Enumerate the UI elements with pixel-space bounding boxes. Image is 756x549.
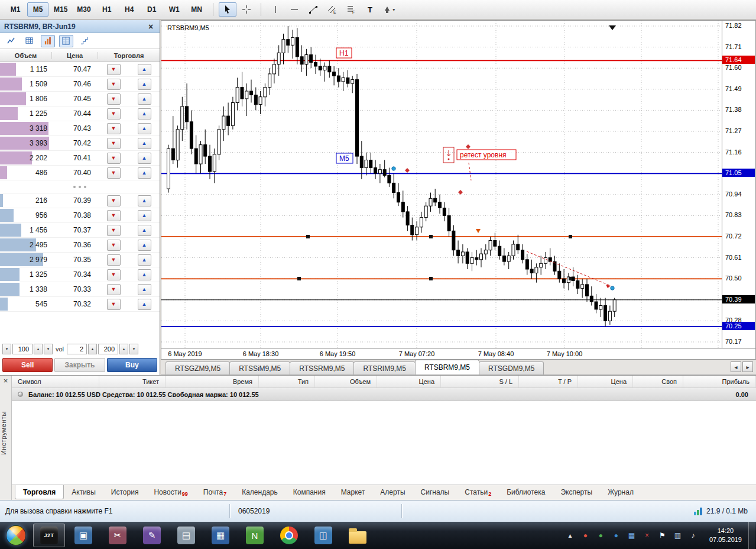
volume-cell[interactable]: 545 <box>0 297 52 311</box>
toolbox-tab-experts[interactable]: Эксперты <box>553 485 600 499</box>
sell-button[interactable]: Sell <box>2 358 53 372</box>
quick-buy-button[interactable]: ▲ <box>138 153 151 164</box>
price-value[interactable]: 70.36 <box>52 241 98 249</box>
timeframe-d1[interactable]: D1 <box>141 2 163 17</box>
volume-column-header[interactable]: Объем <box>0 52 52 59</box>
quick-buy-button[interactable]: ▲ <box>138 64 151 75</box>
tray-grid-icon[interactable]: ▦ <box>627 531 637 540</box>
toolbox-tab-history[interactable]: История <box>103 485 147 499</box>
tray-red-icon[interactable]: ● <box>580 531 590 540</box>
quick-sell-button[interactable]: ▼ <box>107 269 121 280</box>
timeframe-m30[interactable]: M30 <box>73 2 95 17</box>
toolbox-tab-news[interactable]: Новости99 <box>146 485 195 499</box>
dom-view-icon[interactable] <box>59 35 73 47</box>
trade-column-header[interactable]: Торговля <box>98 52 160 59</box>
volume-cell[interactable]: 1 806 <box>0 92 52 106</box>
toolbox-close-icon[interactable]: × <box>0 376 11 386</box>
toolbox-tab-company[interactable]: Компания <box>285 485 333 499</box>
quick-buy-button[interactable]: ▲ <box>138 210 151 221</box>
column-header-4[interactable]: Объем <box>315 376 377 387</box>
notepad-app[interactable]: ▤ <box>170 524 202 547</box>
arrows-tool[interactable]: ▾ <box>380 2 398 17</box>
quick-sell-button[interactable]: ▼ <box>107 93 121 105</box>
terminal-app[interactable]: ◫ <box>307 524 339 547</box>
text-tool[interactable]: T <box>361 2 379 17</box>
toolbox-tab-assets[interactable]: Активы <box>64 485 103 499</box>
price-value[interactable]: 70.43 <box>52 124 98 133</box>
column-header-9[interactable]: Своп <box>633 376 683 387</box>
toolbox-tab-journal[interactable]: Журнал <box>600 485 641 499</box>
volume-cell[interactable]: 3 318 <box>0 121 52 135</box>
crosshair-tool[interactable] <box>238 2 255 17</box>
volume-cell[interactable]: 486 <box>0 166 52 180</box>
limit-up-button[interactable]: ▴ <box>119 344 128 354</box>
volume-cell[interactable]: 2 202 <box>0 151 52 165</box>
start-button[interactable] <box>1 522 31 548</box>
quick-sell-button[interactable]: ▼ <box>107 108 121 120</box>
chart-tab-rtsrim9-m5[interactable]: RTSRIM9,M5 <box>353 361 415 374</box>
column-header-6[interactable]: S / L <box>441 376 519 387</box>
quick-sell-button[interactable]: ▼ <box>107 123 121 134</box>
quick-buy-button[interactable]: ▲ <box>138 93 151 105</box>
candlestick-chart[interactable]: H1M5ретест уровняRTSBRM9,M5 <box>161 21 722 348</box>
chart-area[interactable]: H1M5ретест уровняRTSBRM9,M5 71.8271.7171… <box>161 20 756 360</box>
timeframe-h4[interactable]: H4 <box>119 2 140 17</box>
quick-sell-button[interactable]: ▼ <box>107 299 121 310</box>
cursor-tool[interactable] <box>219 2 236 17</box>
limit-field[interactable]: 200 <box>98 344 118 354</box>
quill-app[interactable]: ✎ <box>136 524 168 547</box>
chrome-app[interactable] <box>273 524 305 547</box>
vertical-line-tool[interactable] <box>267 2 284 17</box>
quick-buy-button[interactable]: ▲ <box>138 240 151 251</box>
quick-buy-button[interactable]: ▲ <box>138 108 151 120</box>
toolbox-tab-signals[interactable]: Сигналы <box>413 485 458 499</box>
volume-cell[interactable]: 1 509 <box>0 77 52 91</box>
quick-sell-button[interactable]: ▼ <box>107 64 121 75</box>
quick-buy-button[interactable]: ▲ <box>138 138 151 149</box>
toolbox-tab-trade[interactable]: Торговля <box>15 485 64 499</box>
timeframe-w1[interactable]: W1 <box>164 2 185 17</box>
quick-sell-button[interactable]: ▼ <box>107 240 121 251</box>
price-value[interactable]: 70.40 <box>52 169 98 177</box>
toolbox-tab-calendar[interactable]: Календарь <box>234 485 285 499</box>
tray-green-icon[interactable]: ● <box>596 531 606 540</box>
dom-title-bar[interactable]: RTSBRM9, BR-Jun19 × <box>0 20 160 33</box>
dom-center-separator[interactable] <box>0 180 160 193</box>
column-header-8[interactable]: Цена <box>578 376 633 387</box>
buy-button[interactable]: Buy <box>107 358 157 372</box>
qty-up-button[interactable]: ▴ <box>34 344 43 354</box>
price-value[interactable]: 70.33 <box>52 285 98 293</box>
timeframe-m15[interactable]: M15 <box>50 2 72 17</box>
chart-tab-rtssrm9-m5[interactable]: RTSSRM9,M5 <box>290 361 354 374</box>
volume-cell[interactable]: 3 393 <box>0 136 52 150</box>
quick-sell-button[interactable]: ▼ <box>107 153 121 164</box>
price-value[interactable]: 70.47 <box>52 65 98 73</box>
close-position-button[interactable]: Закрыть <box>54 358 105 372</box>
quick-sell-button[interactable]: ▼ <box>107 210 121 221</box>
quick-buy-button[interactable]: ▲ <box>138 79 151 90</box>
quick-buy-button[interactable]: ▲ <box>138 123 151 134</box>
volume-histogram-icon[interactable] <box>41 35 55 47</box>
taskbar-clock[interactable]: 14:20 07.05.2019 <box>703 527 748 544</box>
fibonacci-tool[interactable]: F <box>342 2 360 17</box>
horizontal-line-tool[interactable] <box>285 2 303 17</box>
time-axis[interactable]: 6 May 20196 May 18:306 May 19:507 May 07… <box>161 348 755 359</box>
chart-tab-rtsbrm9-m5[interactable]: RTSBRM9,M5 <box>415 360 479 374</box>
toolbox-tab-mail[interactable]: Почта7 <box>196 485 234 499</box>
price-value[interactable]: 70.44 <box>52 109 98 118</box>
column-header-2[interactable]: Время <box>166 376 259 387</box>
vol-up-button[interactable]: ▴ <box>88 344 97 354</box>
column-header-5[interactable]: Цена <box>377 376 441 387</box>
quick-sell-button[interactable]: ▼ <box>107 79 121 90</box>
trendline-tool[interactable] <box>304 2 322 17</box>
price-value[interactable]: 70.32 <box>52 300 98 308</box>
folder-app[interactable] <box>342 524 374 547</box>
chart-tab-rtsgzm9-m5[interactable]: RTSGZM9,M5 <box>166 361 230 374</box>
price-value[interactable]: 70.46 <box>52 80 98 88</box>
price-value[interactable]: 70.45 <box>52 95 98 103</box>
snipping-tool-app[interactable]: ✂ <box>102 524 134 547</box>
quick-buy-button[interactable]: ▲ <box>138 284 151 295</box>
tray-flag-icon[interactable]: ⚑ <box>657 531 667 540</box>
quick-sell-button[interactable]: ▼ <box>107 138 121 149</box>
column-header-7[interactable]: T / P <box>519 376 578 387</box>
